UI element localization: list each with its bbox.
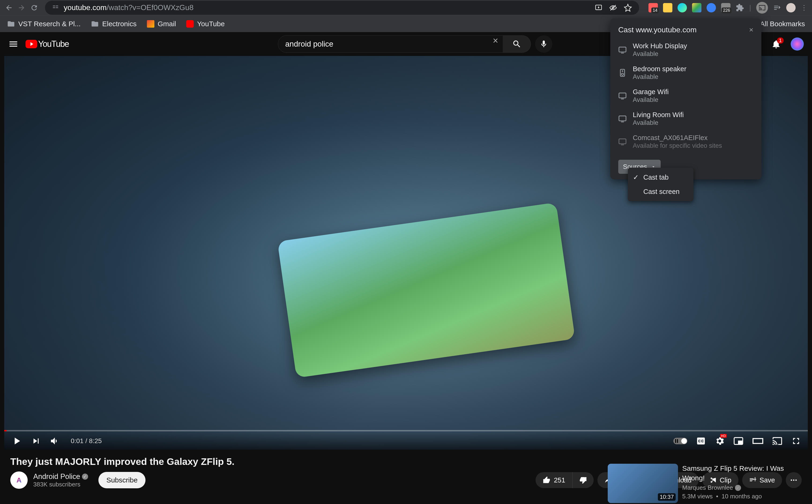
clear-search-icon[interactable]: × bbox=[493, 35, 498, 53]
reload-button[interactable] bbox=[30, 4, 38, 12]
next-button[interactable] bbox=[31, 436, 41, 446]
account-avatar[interactable] bbox=[791, 37, 804, 51]
cast-player-button[interactable] bbox=[772, 436, 782, 446]
cast-device-icon bbox=[618, 92, 627, 100]
bookmark-label: Gmail bbox=[158, 20, 176, 28]
ext-notes-icon[interactable] bbox=[663, 3, 672, 12]
cast-device-icon bbox=[618, 69, 627, 77]
svg-rect-18 bbox=[621, 99, 624, 99]
svg-rect-12 bbox=[619, 47, 626, 52]
cast-button-active[interactable] bbox=[756, 2, 768, 14]
miniplayer-button[interactable] bbox=[733, 436, 744, 446]
like-button[interactable]: 251 bbox=[536, 472, 572, 488]
bookmark-youtube[interactable]: YouTube bbox=[186, 20, 225, 28]
like-count: 251 bbox=[554, 476, 565, 484]
svg-rect-20 bbox=[621, 122, 624, 122]
ext-calendar-icon[interactable]: 14 bbox=[648, 3, 658, 12]
cast-device-status: Available for specific video sites bbox=[633, 142, 722, 149]
cast-popup: Cast www.youtube.com × Work Hub DisplayA… bbox=[610, 19, 761, 179]
cast-device-item[interactable]: Garage WifiAvailable bbox=[610, 84, 761, 107]
dislike-button[interactable] bbox=[573, 472, 594, 488]
ext-counter-icon[interactable]: 226 bbox=[721, 3, 730, 12]
extensions-puzzle-icon[interactable] bbox=[736, 4, 744, 12]
recommended-thumbnail[interactable]: 10:37 bbox=[608, 464, 678, 503]
install-app-icon[interactable] bbox=[595, 4, 603, 12]
bookmark-folder-vst[interactable]: VST Reserch & Pl... bbox=[7, 20, 81, 28]
subscribe-button[interactable]: Subscribe bbox=[98, 472, 145, 488]
progress-bar[interactable] bbox=[4, 430, 808, 431]
close-icon[interactable]: × bbox=[749, 26, 753, 34]
source-option[interactable]: ✓Cast tab bbox=[628, 170, 693, 185]
svg-rect-7 bbox=[738, 441, 742, 444]
channel-name[interactable]: Android Police✓ bbox=[33, 472, 88, 481]
verified-icon: ✓ bbox=[735, 485, 741, 491]
ext-drive-icon[interactable] bbox=[692, 3, 701, 12]
source-label: Cast tab bbox=[643, 174, 669, 181]
svg-rect-3 bbox=[56, 7, 58, 8]
svg-rect-1 bbox=[53, 7, 55, 8]
play-button[interactable] bbox=[11, 435, 22, 447]
cast-device-icon bbox=[618, 137, 627, 146]
svg-rect-2 bbox=[56, 6, 58, 6]
cast-device-status: Available bbox=[633, 119, 684, 126]
bookmark-folder-electronics[interactable]: Electronics bbox=[91, 20, 137, 28]
forward-button[interactable] bbox=[17, 4, 26, 12]
ext-zoom-icon[interactable] bbox=[707, 3, 716, 12]
cast-device-status: Available bbox=[633, 96, 669, 104]
recommended-sidebar: 10:37 Samsung Z Flip 5 Review: I Was Wro… bbox=[608, 464, 802, 503]
bookmark-label: YouTube bbox=[197, 20, 225, 28]
source-option[interactable]: Cast screen bbox=[628, 185, 693, 199]
source-label: Cast screen bbox=[643, 188, 680, 196]
cast-device-name: Living Room Wifi bbox=[633, 111, 684, 119]
svg-rect-22 bbox=[621, 145, 624, 145]
bookmark-label: Electronics bbox=[102, 20, 137, 28]
autoplay-toggle[interactable] bbox=[673, 438, 687, 444]
recommended-channel[interactable]: Marques Brownlee✓ bbox=[682, 484, 802, 491]
cast-device-icon bbox=[618, 46, 627, 54]
svg-point-15 bbox=[622, 73, 624, 75]
recommended-title[interactable]: Samsung Z Flip 5 Review: I Was Wrong! bbox=[682, 464, 802, 483]
cast-popup-title: Cast www.youtube.com bbox=[618, 26, 697, 34]
svg-point-16 bbox=[622, 71, 623, 71]
svg-rect-0 bbox=[53, 6, 55, 6]
svg-rect-19 bbox=[619, 116, 626, 121]
search-form: × bbox=[278, 35, 531, 53]
search-button[interactable] bbox=[503, 35, 531, 53]
player-controls: 0:01 / 8:25 HD bbox=[4, 432, 808, 450]
cast-device-item[interactable]: Work Hub DisplayAvailable bbox=[610, 38, 761, 61]
cast-device-name: Bedroom speaker bbox=[633, 65, 686, 73]
address-bar[interactable]: youtube.com/watch?v=OEf0OWXzGu8 bbox=[45, 1, 639, 15]
theater-button[interactable] bbox=[752, 435, 764, 447]
verified-icon: ✓ bbox=[82, 474, 88, 480]
bookmark-gmail[interactable]: Gmail bbox=[147, 20, 176, 28]
bookmark-star-icon[interactable] bbox=[624, 4, 632, 12]
cast-device-status: Available bbox=[633, 50, 687, 58]
hamburger-icon[interactable] bbox=[8, 39, 19, 49]
site-info-icon[interactable] bbox=[52, 4, 59, 11]
cast-device-item[interactable]: Bedroom speakerAvailable bbox=[610, 61, 761, 84]
settings-button[interactable]: HD bbox=[715, 436, 725, 446]
cast-device-item[interactable]: Living Room WifiAvailable bbox=[610, 107, 761, 130]
cast-device-name: Comcast_AX061AEIFlex bbox=[633, 134, 722, 142]
voice-search-button[interactable] bbox=[535, 35, 552, 53]
captions-button[interactable] bbox=[696, 436, 706, 446]
svg-rect-13 bbox=[621, 53, 624, 53]
svg-rect-8 bbox=[753, 439, 763, 444]
volume-button[interactable] bbox=[50, 436, 60, 446]
fullscreen-button[interactable] bbox=[791, 436, 801, 446]
profile-avatar[interactable] bbox=[786, 3, 796, 12]
subscriber-count: 383K subscribers bbox=[33, 481, 88, 488]
channel-avatar[interactable]: A bbox=[10, 471, 28, 489]
notifications-icon[interactable]: 1 bbox=[771, 39, 781, 49]
notification-badge: 1 bbox=[777, 37, 784, 44]
cast-device-item: Comcast_AX061AEIFlexAvailable for specif… bbox=[610, 130, 761, 153]
incognito-eye-icon[interactable] bbox=[609, 4, 617, 12]
svg-rect-21 bbox=[619, 139, 626, 144]
ext-circle-icon[interactable] bbox=[678, 3, 687, 12]
media-control-icon[interactable] bbox=[773, 4, 781, 12]
chrome-menu-icon[interactable]: ⋮ bbox=[801, 4, 807, 11]
youtube-logo[interactable]: YouTube bbox=[26, 39, 69, 49]
back-button[interactable] bbox=[5, 4, 13, 12]
sources-menu: ✓Cast tabCast screen bbox=[628, 168, 693, 201]
search-input[interactable] bbox=[278, 35, 507, 53]
